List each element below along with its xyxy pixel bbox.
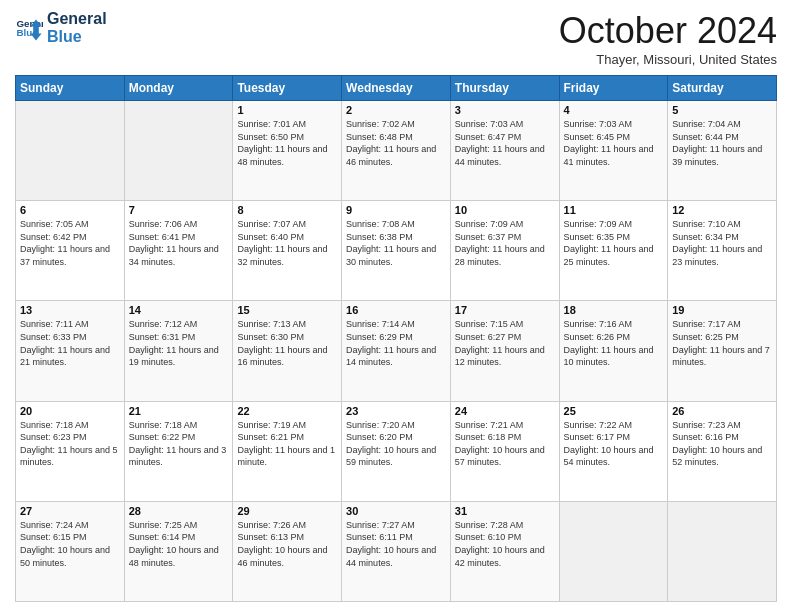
day-cell: 11Sunrise: 7:09 AMSunset: 6:35 PMDayligh… [559, 201, 668, 301]
day-info: Sunrise: 7:12 AMSunset: 6:31 PMDaylight:… [129, 318, 229, 368]
day-number: 21 [129, 405, 229, 417]
weekday-header-wednesday: Wednesday [342, 76, 451, 101]
day-info: Sunrise: 7:22 AMSunset: 6:17 PMDaylight:… [564, 419, 664, 469]
day-number: 4 [564, 104, 664, 116]
day-info: Sunrise: 7:03 AMSunset: 6:47 PMDaylight:… [455, 118, 555, 168]
month-title: October 2024 [559, 10, 777, 52]
day-info: Sunrise: 7:16 AMSunset: 6:26 PMDaylight:… [564, 318, 664, 368]
day-number: 27 [20, 505, 120, 517]
weekday-header-sunday: Sunday [16, 76, 125, 101]
day-cell: 10Sunrise: 7:09 AMSunset: 6:37 PMDayligh… [450, 201, 559, 301]
day-cell: 26Sunrise: 7:23 AMSunset: 6:16 PMDayligh… [668, 401, 777, 501]
day-cell [124, 101, 233, 201]
day-cell: 6Sunrise: 7:05 AMSunset: 6:42 PMDaylight… [16, 201, 125, 301]
day-cell: 1Sunrise: 7:01 AMSunset: 6:50 PMDaylight… [233, 101, 342, 201]
day-cell: 29Sunrise: 7:26 AMSunset: 6:13 PMDayligh… [233, 501, 342, 601]
day-number: 1 [237, 104, 337, 116]
day-info: Sunrise: 7:17 AMSunset: 6:25 PMDaylight:… [672, 318, 772, 368]
day-cell [16, 101, 125, 201]
day-cell: 15Sunrise: 7:13 AMSunset: 6:30 PMDayligh… [233, 301, 342, 401]
day-number: 18 [564, 304, 664, 316]
day-cell: 18Sunrise: 7:16 AMSunset: 6:26 PMDayligh… [559, 301, 668, 401]
day-info: Sunrise: 7:14 AMSunset: 6:29 PMDaylight:… [346, 318, 446, 368]
day-number: 15 [237, 304, 337, 316]
day-info: Sunrise: 7:27 AMSunset: 6:11 PMDaylight:… [346, 519, 446, 569]
day-info: Sunrise: 7:24 AMSunset: 6:15 PMDaylight:… [20, 519, 120, 569]
day-number: 25 [564, 405, 664, 417]
day-info: Sunrise: 7:13 AMSunset: 6:30 PMDaylight:… [237, 318, 337, 368]
day-number: 20 [20, 405, 120, 417]
weekday-header-monday: Monday [124, 76, 233, 101]
day-cell: 14Sunrise: 7:12 AMSunset: 6:31 PMDayligh… [124, 301, 233, 401]
day-cell: 25Sunrise: 7:22 AMSunset: 6:17 PMDayligh… [559, 401, 668, 501]
day-info: Sunrise: 7:02 AMSunset: 6:48 PMDaylight:… [346, 118, 446, 168]
day-number: 8 [237, 204, 337, 216]
day-cell: 8Sunrise: 7:07 AMSunset: 6:40 PMDaylight… [233, 201, 342, 301]
day-number: 6 [20, 204, 120, 216]
week-row-3: 13Sunrise: 7:11 AMSunset: 6:33 PMDayligh… [16, 301, 777, 401]
day-number: 7 [129, 204, 229, 216]
day-info: Sunrise: 7:19 AMSunset: 6:21 PMDaylight:… [237, 419, 337, 469]
day-cell: 13Sunrise: 7:11 AMSunset: 6:33 PMDayligh… [16, 301, 125, 401]
day-number: 24 [455, 405, 555, 417]
day-info: Sunrise: 7:04 AMSunset: 6:44 PMDaylight:… [672, 118, 772, 168]
day-cell: 31Sunrise: 7:28 AMSunset: 6:10 PMDayligh… [450, 501, 559, 601]
day-info: Sunrise: 7:21 AMSunset: 6:18 PMDaylight:… [455, 419, 555, 469]
day-number: 29 [237, 505, 337, 517]
day-number: 26 [672, 405, 772, 417]
day-cell: 17Sunrise: 7:15 AMSunset: 6:27 PMDayligh… [450, 301, 559, 401]
location-title: Thayer, Missouri, United States [559, 52, 777, 67]
day-info: Sunrise: 7:11 AMSunset: 6:33 PMDaylight:… [20, 318, 120, 368]
day-cell: 5Sunrise: 7:04 AMSunset: 6:44 PMDaylight… [668, 101, 777, 201]
day-info: Sunrise: 7:18 AMSunset: 6:22 PMDaylight:… [129, 419, 229, 469]
day-info: Sunrise: 7:03 AMSunset: 6:45 PMDaylight:… [564, 118, 664, 168]
weekday-header-row: SundayMondayTuesdayWednesdayThursdayFrid… [16, 76, 777, 101]
calendar-page: General Blue General Blue October 2024 T… [0, 0, 792, 612]
day-info: Sunrise: 7:09 AMSunset: 6:35 PMDaylight:… [564, 218, 664, 268]
day-number: 2 [346, 104, 446, 116]
day-cell: 20Sunrise: 7:18 AMSunset: 6:23 PMDayligh… [16, 401, 125, 501]
day-number: 22 [237, 405, 337, 417]
day-info: Sunrise: 7:10 AMSunset: 6:34 PMDaylight:… [672, 218, 772, 268]
day-info: Sunrise: 7:18 AMSunset: 6:23 PMDaylight:… [20, 419, 120, 469]
weekday-header-friday: Friday [559, 76, 668, 101]
day-number: 19 [672, 304, 772, 316]
week-row-5: 27Sunrise: 7:24 AMSunset: 6:15 PMDayligh… [16, 501, 777, 601]
day-number: 16 [346, 304, 446, 316]
day-info: Sunrise: 7:08 AMSunset: 6:38 PMDaylight:… [346, 218, 446, 268]
day-cell: 7Sunrise: 7:06 AMSunset: 6:41 PMDaylight… [124, 201, 233, 301]
day-cell: 30Sunrise: 7:27 AMSunset: 6:11 PMDayligh… [342, 501, 451, 601]
day-info: Sunrise: 7:01 AMSunset: 6:50 PMDaylight:… [237, 118, 337, 168]
day-info: Sunrise: 7:23 AMSunset: 6:16 PMDaylight:… [672, 419, 772, 469]
day-number: 11 [564, 204, 664, 216]
day-number: 12 [672, 204, 772, 216]
logo: General Blue General Blue [15, 10, 107, 45]
title-block: October 2024 Thayer, Missouri, United St… [559, 10, 777, 67]
weekday-header-thursday: Thursday [450, 76, 559, 101]
day-info: Sunrise: 7:06 AMSunset: 6:41 PMDaylight:… [129, 218, 229, 268]
day-cell: 23Sunrise: 7:20 AMSunset: 6:20 PMDayligh… [342, 401, 451, 501]
day-number: 17 [455, 304, 555, 316]
day-number: 9 [346, 204, 446, 216]
day-cell: 22Sunrise: 7:19 AMSunset: 6:21 PMDayligh… [233, 401, 342, 501]
day-info: Sunrise: 7:25 AMSunset: 6:14 PMDaylight:… [129, 519, 229, 569]
logo-line2: Blue [47, 28, 107, 46]
day-info: Sunrise: 7:09 AMSunset: 6:37 PMDaylight:… [455, 218, 555, 268]
day-cell [668, 501, 777, 601]
day-info: Sunrise: 7:05 AMSunset: 6:42 PMDaylight:… [20, 218, 120, 268]
day-cell: 21Sunrise: 7:18 AMSunset: 6:22 PMDayligh… [124, 401, 233, 501]
day-number: 30 [346, 505, 446, 517]
day-cell [559, 501, 668, 601]
weekday-header-tuesday: Tuesday [233, 76, 342, 101]
day-cell: 24Sunrise: 7:21 AMSunset: 6:18 PMDayligh… [450, 401, 559, 501]
header: General Blue General Blue October 2024 T… [15, 10, 777, 67]
day-number: 5 [672, 104, 772, 116]
weekday-header-saturday: Saturday [668, 76, 777, 101]
day-number: 3 [455, 104, 555, 116]
day-cell: 28Sunrise: 7:25 AMSunset: 6:14 PMDayligh… [124, 501, 233, 601]
day-number: 10 [455, 204, 555, 216]
day-cell: 19Sunrise: 7:17 AMSunset: 6:25 PMDayligh… [668, 301, 777, 401]
week-row-2: 6Sunrise: 7:05 AMSunset: 6:42 PMDaylight… [16, 201, 777, 301]
day-info: Sunrise: 7:26 AMSunset: 6:13 PMDaylight:… [237, 519, 337, 569]
day-info: Sunrise: 7:20 AMSunset: 6:20 PMDaylight:… [346, 419, 446, 469]
